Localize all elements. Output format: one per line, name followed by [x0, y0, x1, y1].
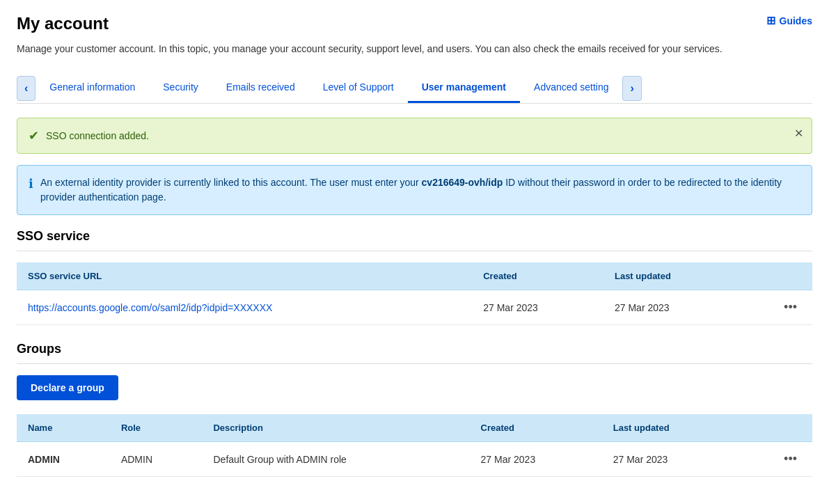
- groups-name-header: Name: [17, 414, 110, 442]
- guides-label: Guides: [780, 15, 812, 26]
- sso-row-actions-button[interactable]: •••: [780, 299, 801, 316]
- tab-security[interactable]: Security: [149, 73, 212, 103]
- tab-prev-button[interactable]: ‹: [17, 76, 35, 101]
- sso-table-header-row: SSO service URL Created Last updated: [17, 262, 812, 290]
- sso-created-header: Created: [472, 262, 603, 290]
- info-icon: ℹ: [29, 176, 33, 191]
- table-row: ADMIN ADMIN Default Group with ADMIN rol…: [17, 442, 812, 477]
- sso-actions-cell: •••: [738, 290, 812, 325]
- sso-url-link[interactable]: https://accounts.google.com/o/saml2/idp?…: [28, 302, 272, 313]
- sso-created-cell: 27 Mar 2023: [472, 290, 603, 325]
- sso-url-cell: https://accounts.google.com/o/saml2/idp?…: [17, 290, 472, 325]
- close-alert-button[interactable]: ✕: [794, 127, 803, 140]
- groups-created-header: Created: [470, 414, 602, 442]
- sso-actions-header: [738, 262, 812, 290]
- info-highlight: cv216649-ovh/idp: [422, 177, 503, 188]
- sso-lastupdated-header: Last updated: [603, 262, 738, 290]
- info-message: An external identity provider is current…: [40, 175, 800, 205]
- sso-divider: [17, 251, 812, 251]
- sso-lastupdated-cell: 27 Mar 2023: [603, 290, 738, 325]
- groups-section-title: Groups: [17, 342, 812, 356]
- groups-lastupdated-cell: 27 Mar 2023: [602, 442, 737, 477]
- tabs-container: ‹ General information Security Emails re…: [17, 73, 812, 104]
- page-title: My account: [17, 14, 109, 33]
- guides-grid-icon: ⊞: [766, 14, 775, 27]
- groups-lastupdated-header: Last updated: [602, 414, 737, 442]
- groups-actions-cell: •••: [737, 442, 812, 477]
- declare-group-button[interactable]: Declare a group: [17, 375, 118, 400]
- groups-name-cell: ADMIN: [17, 442, 110, 477]
- groups-table-header-row: Name Role Description Created Last updat…: [17, 414, 812, 442]
- guides-link[interactable]: ⊞ Guides: [766, 14, 812, 27]
- sso-table: SSO service URL Created Last updated htt…: [17, 262, 812, 325]
- groups-divider: [17, 363, 812, 364]
- tab-emails[interactable]: Emails received: [212, 73, 309, 103]
- groups-table: Name Role Description Created Last updat…: [17, 414, 812, 477]
- success-alert: ✔ SSO connection added. ✕: [17, 118, 812, 154]
- groups-role-header: Role: [110, 414, 203, 442]
- tab-usermgmt[interactable]: User management: [408, 73, 520, 103]
- info-text-before: An external identity provider is current…: [40, 177, 422, 188]
- table-row: https://accounts.google.com/o/saml2/idp?…: [17, 290, 812, 325]
- groups-actions-header: [737, 414, 812, 442]
- tab-support[interactable]: Level of Support: [309, 73, 408, 103]
- sso-section-title: SSO service: [17, 229, 812, 244]
- groups-description-header: Description: [202, 414, 469, 442]
- tab-general[interactable]: General information: [35, 73, 149, 103]
- page-description: Manage your customer account. In this to…: [17, 42, 812, 56]
- tab-next-button[interactable]: ›: [622, 76, 641, 101]
- success-icon: ✔: [29, 128, 39, 143]
- groups-role-cell: ADMIN: [110, 442, 203, 477]
- success-message: SSO connection added.: [46, 130, 149, 141]
- sso-url-header: SSO service URL: [17, 262, 472, 290]
- info-alert: ℹ An external identity provider is curre…: [17, 165, 812, 215]
- groups-row-actions-button[interactable]: •••: [780, 450, 801, 468]
- groups-description-cell: Default Group with ADMIN role: [202, 442, 469, 477]
- tab-advanced[interactable]: Advanced setting: [520, 73, 622, 103]
- groups-created-cell: 27 Mar 2023: [470, 442, 602, 477]
